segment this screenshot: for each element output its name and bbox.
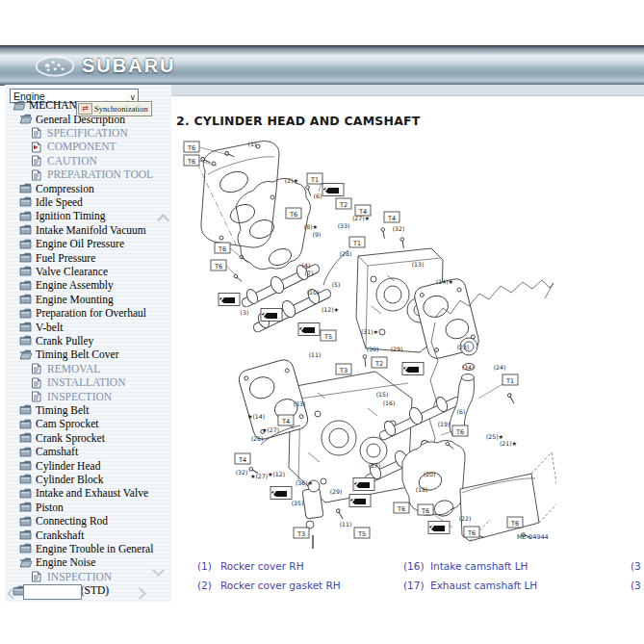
tree-item-label: Crankshaft bbox=[36, 529, 84, 541]
tree-item-compression[interactable]: Compression bbox=[5, 181, 94, 194]
tree-item-label: Intake and Exhaust Valve bbox=[36, 487, 148, 499]
tree-item-timing-belt-cover[interactable]: Timing Belt Cover bbox=[5, 348, 118, 361]
folder-icon bbox=[19, 322, 32, 332]
folder-icon bbox=[19, 432, 32, 443]
tree-item-label: Camshaft bbox=[36, 446, 78, 457]
tree-item-crank-pulley[interactable]: Crank Pulley bbox=[5, 334, 93, 348]
tree-item-label: INSPECTION bbox=[47, 571, 112, 582]
tree-item-component[interactable]: COMPONENT bbox=[5, 140, 116, 153]
tree-item-label: Fuel Pressure bbox=[36, 252, 95, 264]
tree-item-label: Cylinder Block bbox=[36, 474, 104, 485]
tree-item-idle-speed[interactable]: Idle Speed bbox=[5, 195, 83, 209]
part-list-number: (1) bbox=[197, 560, 212, 572]
tree-item-engine-mounting[interactable]: Engine Mounting bbox=[5, 293, 114, 306]
folder-icon bbox=[19, 224, 32, 235]
content-pane: 2. CYLINDER HEAD AND CAMSHAFT bbox=[171, 85, 644, 602]
tree-item-label: Crank Pulley bbox=[36, 335, 93, 347]
tree-item-specification[interactable]: SPECIFICATION bbox=[5, 126, 128, 140]
tree-item-piston[interactable]: Piston bbox=[5, 501, 64, 514]
folder-open-icon bbox=[19, 349, 32, 360]
folder-icon bbox=[19, 488, 32, 499]
tree-item-ignition-timing[interactable]: Ignition Timing bbox=[5, 209, 106, 222]
tree-item-preparation-tool[interactable]: PREPARATION TOOL bbox=[5, 167, 153, 181]
doc-icon bbox=[31, 169, 43, 180]
part-list-number: (17) bbox=[403, 580, 425, 591]
header-bar: SUBARU bbox=[0, 45, 644, 86]
tree-item-label: REMOVAL bbox=[47, 363, 100, 374]
tree-item-connecting-rod[interactable]: Connecting Rod bbox=[5, 514, 108, 528]
tree-item-label: Timing Belt Cover bbox=[36, 348, 118, 360]
tree-item-label: Connecting Rod bbox=[36, 515, 108, 527]
part-list-name-rocker-cover-gasket-rh: Rocker cover gasket RH bbox=[220, 580, 341, 591]
tree-item-label: Engine Oil Pressure bbox=[36, 238, 124, 249]
navigation-sidebar: Engine ∨ MECHANICAL(STD)General Descript… bbox=[5, 85, 172, 602]
brand-wordmark: SUBARU bbox=[82, 55, 176, 77]
subaru-logo: SUBARU bbox=[35, 55, 176, 77]
tree-item-valve-clearance[interactable]: Valve Clearance bbox=[5, 265, 108, 278]
tree-item-label: Crank Sprocket bbox=[36, 432, 105, 444]
tree-item-label: Valve Clearance bbox=[36, 266, 108, 277]
doc-icon bbox=[31, 127, 43, 138]
doc-red-icon bbox=[31, 142, 43, 152]
folder-icon bbox=[19, 252, 32, 263]
doc-icon bbox=[31, 391, 43, 401]
tree-item-label: Piston bbox=[36, 502, 64, 513]
tree-item-inspection[interactable]: INSPECTION bbox=[5, 570, 112, 583]
tree-item-engine-noise[interactable]: Engine Noise bbox=[5, 555, 95, 569]
tree-item-engine-trouble-in-general[interactable]: Engine Trouble in General bbox=[5, 542, 153, 555]
tree-item-removal[interactable]: REMOVAL bbox=[5, 362, 100, 375]
folder-icon bbox=[19, 196, 32, 207]
tree-item-camshaft[interactable]: Camshaft bbox=[5, 445, 78, 458]
tree-item-cylinder-head[interactable]: Cylinder Head bbox=[5, 458, 100, 472]
part-list-name-intake-camshaft-lh: Intake camshaft LH bbox=[430, 560, 528, 572]
sync-arrows-icon: ⇄ bbox=[78, 103, 92, 115]
folder-icon bbox=[19, 183, 32, 193]
tree-item-cylinder-block[interactable]: Cylinder Block bbox=[5, 473, 104, 486]
part-list-number: (16) bbox=[403, 560, 425, 572]
tree-item-label: SPECIFICATION bbox=[47, 127, 128, 139]
folder-icon bbox=[19, 280, 32, 291]
tree-item-label: Idle Speed bbox=[36, 196, 83, 208]
folder-icon bbox=[19, 211, 32, 221]
doc-icon bbox=[31, 377, 43, 388]
tree-item-fuel-pressure[interactable]: Fuel Pressure bbox=[5, 250, 95, 264]
tree-item-crank-sprocket[interactable]: Crank Sprocket bbox=[5, 431, 105, 445]
tree-item-label: PREPARATION TOOL bbox=[47, 168, 153, 180]
tree-item-preparation-for-overhaul[interactable]: Preparation for Overhaul bbox=[5, 306, 146, 320]
folder-icon bbox=[19, 419, 32, 429]
tree-item-installation[interactable]: INSTALLATION bbox=[5, 375, 125, 389]
folder-icon bbox=[19, 543, 32, 554]
tree-item-intake-manifold-vacuum[interactable]: Intake Manifold Vacuum bbox=[5, 223, 146, 237]
tree-item-v-belt[interactable]: V-belt bbox=[5, 320, 63, 333]
navigation-tree: MECHANICAL(STD)General DescriptionSPECIF… bbox=[5, 98, 171, 602]
tree-item-timing-belt[interactable]: Timing Belt bbox=[5, 403, 90, 417]
tree-item-intake-and-exhaust-valve[interactable]: Intake and Exhaust Valve bbox=[5, 486, 148, 500]
folder-icon bbox=[19, 529, 32, 540]
tree-item-label: CAUTION bbox=[47, 155, 97, 167]
tree-item-label: Timing Belt bbox=[36, 404, 90, 416]
tree-item-label: COMPONENT bbox=[47, 141, 116, 152]
folder-open-icon bbox=[13, 100, 25, 111]
tree-item-cam-sprocket[interactable]: Cam Sprocket bbox=[5, 417, 98, 430]
synchronization-tooltip: ⇄ Synchronization bbox=[76, 101, 152, 116]
part-list-name-rocker-cover-rh: Rocker cover RH bbox=[220, 560, 304, 572]
part-list-number: (3 bbox=[631, 560, 641, 572]
tree-item-label: Cam Sprocket bbox=[36, 418, 98, 429]
tree-item-label: Engine Trouble in General bbox=[36, 543, 153, 554]
parts-list: (1)Rocker cover RH(16)Intake camshaft LH… bbox=[171, 85, 644, 602]
folder-icon bbox=[19, 447, 32, 457]
folder-icon bbox=[19, 335, 32, 346]
tree-item-inspection[interactable]: INSPECTION bbox=[5, 389, 112, 402]
tree-item-label: INSPECTION bbox=[47, 391, 112, 402]
horizontal-scrollbar-thumb[interactable] bbox=[23, 584, 82, 600]
tree-item-engine-oil-pressure[interactable]: Engine Oil Pressure bbox=[5, 237, 124, 250]
tree-item-caution[interactable]: CAUTION bbox=[5, 154, 97, 167]
part-list-number: (3 bbox=[631, 580, 641, 591]
subaru-stars-icon bbox=[35, 56, 75, 77]
tree-item-engine-assembly[interactable]: Engine Assembly bbox=[5, 278, 114, 292]
doc-icon bbox=[31, 363, 43, 374]
part-list-name-exhaust-camshaft-lh: Exhaust camshaft LH bbox=[430, 580, 537, 591]
tree-item-crankshaft[interactable]: Crankshaft bbox=[5, 528, 84, 541]
tree-item-label: Ignition Timing bbox=[36, 210, 106, 221]
tree-item-label: V-belt bbox=[36, 322, 63, 333]
